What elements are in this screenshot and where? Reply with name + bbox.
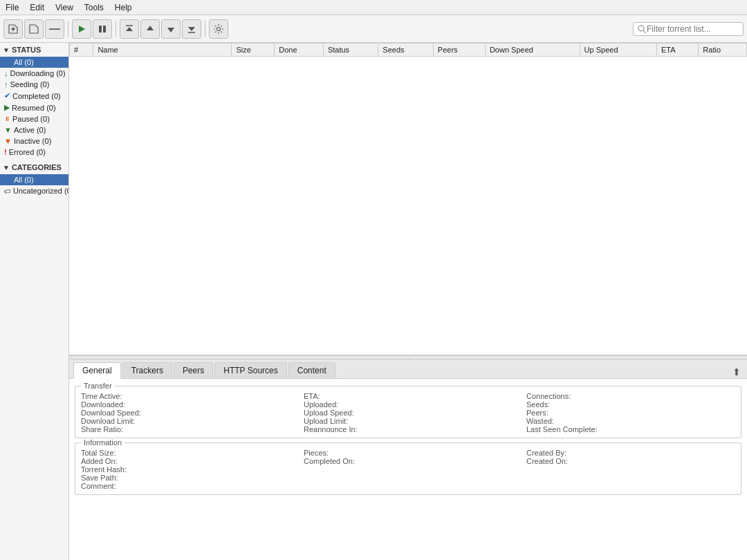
field-share-ratio: Share Ratio: (81, 425, 290, 433)
sidebar-item-resumed[interactable]: ▶ Resumed (0) (0, 102, 68, 113)
col-seeds[interactable]: Seeds (378, 44, 433, 57)
menu-tools[interactable]: Tools (79, 1, 109, 14)
categories-label: CATEGORIES (12, 163, 62, 171)
sidebar-item-seeding[interactable]: ↑ Seeding (0) (0, 79, 68, 90)
options-button[interactable] (209, 19, 228, 39)
col-peers[interactable]: Peers (433, 44, 485, 57)
field-save-path: Save Path: (81, 474, 290, 482)
svg-marker-8 (126, 27, 133, 31)
info-col3: Created By: Created On: (526, 449, 735, 490)
resumed-icon: ▶ (4, 103, 10, 112)
svg-rect-5 (99, 26, 102, 32)
col-ratio[interactable]: Ratio (699, 44, 747, 57)
field-eta: ETA: (304, 392, 513, 400)
torrent-list-area[interactable]: # Name Size Done Status Seeds Peers Down… (69, 43, 747, 355)
downloading-icon: ↓ (4, 69, 8, 77)
toolbar-separator-3 (205, 21, 205, 37)
svg-line-15 (643, 30, 646, 33)
field-time-active: Time Active: (81, 392, 290, 400)
tab-http-sources[interactable]: HTTP Sources (214, 362, 286, 378)
sidebar-item-errored[interactable]: ! Errored (0) (0, 147, 68, 158)
transfer-grid: Time Active: Downloaded: Download Speed: (81, 392, 735, 433)
information-grid: Total Size: Added On: Torrent Hash: (81, 449, 735, 490)
field-added-on: Added On: (81, 457, 290, 465)
col-status[interactable]: Status (323, 44, 378, 57)
sidebar-item-paused[interactable]: ⏸ Paused (0) (0, 113, 68, 124)
svg-rect-6 (103, 26, 106, 32)
svg-marker-4 (79, 26, 85, 32)
pause-button[interactable] (93, 19, 112, 39)
sidebar-item-cat-all[interactable]: ▼ All (0) (0, 174, 68, 185)
filter-input[interactable] (647, 24, 744, 34)
tab-peers[interactable]: Peers (174, 362, 213, 378)
content-area: # Name Size Done Status Seeds Peers Down… (69, 43, 747, 560)
col-down-speed[interactable]: Down Speed (485, 44, 580, 57)
information-section: Information Total Size: Added On: (75, 442, 741, 495)
field-completed-on: Completed On: (304, 457, 513, 465)
info-col1: Total Size: Added On: Torrent Hash: (81, 449, 290, 490)
categories-section-header[interactable]: ▼ CATEGORIES (0, 160, 68, 174)
resume-button[interactable] (72, 19, 91, 39)
menubar: File Edit View Tools Help (0, 0, 747, 15)
add-link-button[interactable] (24, 19, 44, 39)
sidebar-item-inactive[interactable]: ▼ Inactive (0) (0, 136, 68, 147)
remove-button[interactable]: — (45, 19, 64, 39)
status-arrow-icon: ▼ (3, 46, 10, 54)
sidebar-item-resumed-label: Resumed (0) (12, 104, 56, 112)
tab-general[interactable]: General (73, 362, 121, 379)
field-total-size: Total Size: (81, 449, 290, 457)
svg-marker-3 (30, 25, 38, 33)
field-wasted: Wasted: (526, 417, 735, 425)
tab-trackers[interactable]: Trackers (122, 362, 172, 378)
sidebar-item-all-label: All (0) (14, 58, 34, 66)
active-icon: ▼ (4, 126, 12, 134)
tabs: General Trackers Peers HTTP Sources Cont… (69, 360, 747, 379)
field-created-by: Created By: (526, 449, 735, 457)
sidebar-item-uncategorized[interactable]: 🏷 Uncategorized (0) (0, 185, 68, 196)
information-legend: Information (81, 438, 124, 447)
menu-edit[interactable]: Edit (24, 1, 50, 14)
field-last-seen: Last Seen Complete: (526, 425, 735, 433)
field-created-on: Created On: (526, 457, 735, 465)
detail-panel: General Trackers Peers HTTP Sources Cont… (69, 360, 747, 560)
field-uploaded: Uploaded: (304, 400, 513, 409)
top-button[interactable] (120, 19, 139, 39)
status-section-header[interactable]: ▼ STATUS (0, 43, 68, 57)
transfer-col2: ETA: Uploaded: Upload Speed: (304, 392, 513, 433)
col-size[interactable]: Size (232, 44, 275, 57)
col-eta[interactable]: ETA (656, 44, 698, 57)
add-torrent-button[interactable] (3, 19, 23, 39)
svg-marker-10 (167, 28, 174, 32)
sidebar-item-completed-label: Completed (0) (12, 92, 61, 100)
col-up-speed[interactable]: Up Speed (580, 44, 656, 57)
field-peers: Peers: (526, 409, 735, 417)
main-layout: ▼ STATUS ▼ All (0) ↓ Downloading (0) ↑ S… (0, 43, 747, 560)
bottom-button[interactable] (182, 19, 201, 39)
toolbar: — (0, 15, 747, 43)
col-number[interactable]: # (70, 44, 93, 57)
completed-icon: ✔ (4, 91, 10, 100)
field-download-speed: Download Speed: (81, 409, 290, 417)
transfer-col3: Connections: Seeds: Peers: (526, 392, 735, 433)
tab-expand-icon[interactable]: ⬆ (730, 366, 743, 378)
field-download-limit: Download Limit: (81, 417, 290, 425)
filter-input-wrap (633, 22, 744, 36)
menu-help[interactable]: Help (109, 1, 138, 14)
seeding-icon: ↑ (4, 80, 8, 88)
sidebar-item-all[interactable]: ▼ All (0) (0, 57, 68, 68)
sidebar-item-completed[interactable]: ✔ Completed (0) (0, 90, 68, 102)
down-button[interactable] (161, 19, 181, 39)
menu-file[interactable]: File (0, 1, 24, 14)
menu-view[interactable]: View (50, 1, 79, 14)
toolbar-separator-2 (116, 21, 116, 37)
tab-content[interactable]: Content (288, 362, 335, 378)
col-done[interactable]: Done (275, 44, 324, 57)
categories-arrow-icon: ▼ (3, 164, 10, 171)
field-seeds: Seeds: (526, 400, 735, 409)
col-name[interactable]: Name (93, 44, 232, 57)
sidebar-item-downloading[interactable]: ↓ Downloading (0) (0, 68, 68, 79)
sidebar-item-errored-label: Errored (0) (9, 148, 46, 156)
transfer-legend: Transfer (81, 382, 115, 390)
sidebar-item-active[interactable]: ▼ Active (0) (0, 124, 68, 136)
up-button[interactable] (140, 19, 160, 39)
